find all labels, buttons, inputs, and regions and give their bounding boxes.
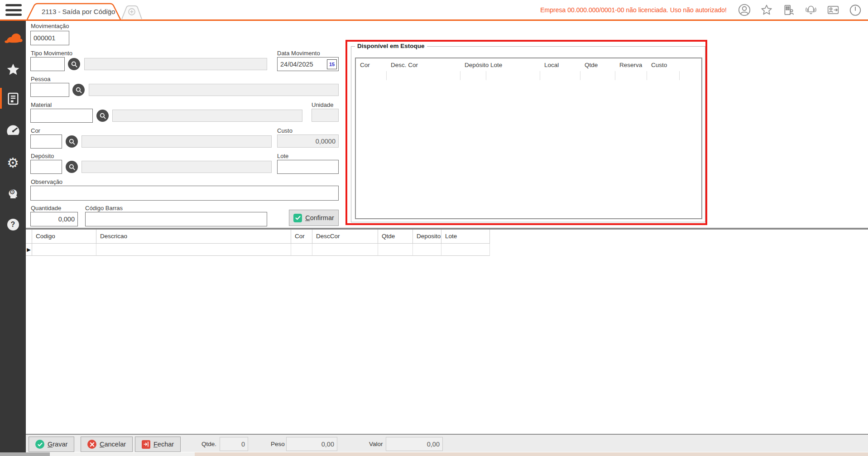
column-header-reserva[interactable]: Reserva	[615, 62, 647, 68]
material-search-icon[interactable]	[96, 110, 109, 122]
estoque-groupbox: Disponível em Estoque Cor Desc. Cor Depó…	[351, 46, 705, 222]
cancelar-button[interactable]: Cancelar	[81, 437, 133, 452]
column-header-deposito[interactable]: Deposito	[413, 230, 441, 244]
sidebar-item-assistant[interactable]: ⚙	[0, 183, 26, 203]
gravar-button[interactable]: Gravar	[29, 437, 74, 452]
estoque-table-header: Cor Desc. Cor Depósito Lote Local Qtde R…	[356, 58, 701, 71]
table-row[interactable]: ▶	[26, 244, 490, 256]
column-header-local[interactable]: Local	[540, 62, 580, 68]
column-header-lote[interactable]: Lote	[486, 62, 540, 68]
material-desc-input	[112, 110, 302, 122]
column-header-cor[interactable]: Cor	[291, 230, 312, 244]
custo-label: Custo	[277, 127, 293, 134]
material-code-input[interactable]	[30, 109, 93, 123]
header-accent-line	[0, 19, 868, 21]
confirmar-button[interactable]: Confirmar	[289, 210, 339, 226]
user-profile-icon[interactable]	[738, 4, 751, 16]
cor-code-input[interactable]	[30, 134, 62, 149]
quantidade-input[interactable]	[30, 212, 78, 226]
star-icon	[6, 62, 20, 77]
fechar-button-label: Fechar	[153, 441, 174, 448]
sidebar-item-favorites[interactable]	[0, 61, 26, 79]
unidade-input	[312, 109, 339, 122]
tipo-movimento-code-input[interactable]	[30, 57, 65, 71]
app-tab[interactable]: 2113 - Saída por Código ×	[26, 2, 122, 19]
pessoa-search-icon[interactable]	[72, 84, 85, 96]
calendar-icon[interactable]: 15	[327, 59, 337, 69]
column-header-lote[interactable]: Lote	[441, 230, 490, 244]
new-tab-button[interactable]	[121, 5, 142, 19]
cell-deposito[interactable]	[413, 244, 441, 256]
observacao-label: Observação	[31, 178, 62, 185]
deposito-code-input[interactable]	[30, 160, 62, 174]
custo-input	[277, 134, 339, 148]
app-window: 2113 - Saída por Código × Empresa 00.000…	[0, 0, 868, 456]
column-header-qtde[interactable]: Qtde	[378, 230, 413, 244]
power-icon[interactable]	[849, 4, 862, 16]
cor-search-icon[interactable]	[66, 135, 78, 148]
cell-descricao[interactable]	[96, 244, 291, 256]
observacao-input[interactable]	[30, 186, 339, 201]
movimentacao-label: Movimentação	[31, 23, 69, 29]
column-header-descricao[interactable]: Descricao	[96, 230, 291, 244]
estoque-alert-panel: Disponível em Estoque Cor Desc. Cor Depó…	[345, 40, 707, 225]
valor-total-label: Valor	[369, 441, 383, 447]
cell-desccor[interactable]	[312, 244, 378, 256]
exit-door-icon	[142, 440, 150, 449]
peso-total-input	[286, 437, 337, 451]
company-building-icon[interactable]	[782, 4, 795, 16]
deposito-search-icon[interactable]	[66, 161, 78, 173]
column-header-codigo[interactable]: Codigo	[32, 230, 96, 244]
gravar-button-label: Gravar	[48, 441, 67, 448]
sidebar: ⚙ ⚙ ?	[0, 21, 26, 453]
pessoa-code-input[interactable]	[30, 83, 69, 97]
codigo-barras-label: Código Barras	[85, 205, 123, 211]
items-grid: Codigo Descricao Cor DescCor Qtde Deposi…	[26, 230, 490, 256]
sidebar-item-movements[interactable]	[0, 89, 26, 109]
items-grid-header: Codigo Descricao Cor DescCor Qtde Deposi…	[26, 230, 490, 244]
qtde-total-input	[220, 437, 248, 451]
fechar-button[interactable]: Fechar	[135, 437, 181, 452]
sidebar-item-dashboard[interactable]	[0, 121, 26, 141]
confirmar-button-label: Confirmar	[305, 214, 334, 221]
bottom-edge-right	[195, 452, 868, 456]
column-header-desc-cor[interactable]: Desc. Cor	[387, 62, 460, 68]
column-header-cor[interactable]: Cor	[356, 62, 387, 68]
tipo-movimento-search-icon[interactable]	[68, 58, 80, 70]
data-movimento-label: Data Movimento	[277, 50, 320, 57]
sidebar-item-settings[interactable]: ⚙	[0, 153, 26, 173]
peso-total-label: Peso	[271, 441, 285, 447]
logout-badge-icon[interactable]	[827, 4, 839, 16]
notifications-bell-icon[interactable]	[805, 4, 817, 16]
cell-cor[interactable]	[291, 244, 312, 256]
codigo-barras-input[interactable]	[85, 212, 267, 226]
cor-label: Cor	[31, 127, 40, 134]
lote-input[interactable]	[277, 160, 339, 174]
head-gear-icon: ⚙	[6, 186, 20, 200]
deposito-label: Depósito	[31, 153, 54, 159]
favorites-star-icon[interactable]	[760, 4, 773, 16]
column-header-desccor[interactable]: DescCor	[312, 230, 378, 244]
tab-title: 2113 - Saída por Código	[42, 8, 115, 15]
bottom-edge-left	[0, 452, 50, 456]
column-header-deposito[interactable]: Depósito	[460, 62, 486, 68]
save-check-icon	[35, 440, 44, 449]
top-bar: 2113 - Saída por Código × Empresa 00.000…	[0, 0, 868, 19]
movimentacao-input[interactable]	[30, 31, 69, 45]
column-header-qtde[interactable]: Qtde	[580, 62, 615, 68]
lote-label: Lote	[277, 153, 288, 159]
cell-qtde[interactable]	[378, 244, 413, 256]
cell-lote[interactable]	[441, 244, 490, 256]
question-icon: ?	[7, 219, 19, 230]
tipo-movimento-label: Tipo Movimento	[31, 50, 72, 57]
tab-close-icon[interactable]: ×	[107, 7, 111, 14]
app-logo-icon	[0, 27, 26, 49]
gauge-icon	[5, 124, 21, 139]
hamburger-menu-icon[interactable]	[5, 4, 22, 16]
column-header-custo[interactable]: Custo	[647, 62, 680, 68]
sidebar-item-help[interactable]: ?	[0, 215, 26, 235]
data-movimento-input[interactable]: 24/04/2025 15	[277, 57, 339, 71]
header-right-cluster: Empresa 00.000.000/0001-00 não licenciad…	[540, 0, 862, 19]
cell-codigo[interactable]	[32, 244, 96, 256]
cor-desc-input	[82, 135, 272, 148]
